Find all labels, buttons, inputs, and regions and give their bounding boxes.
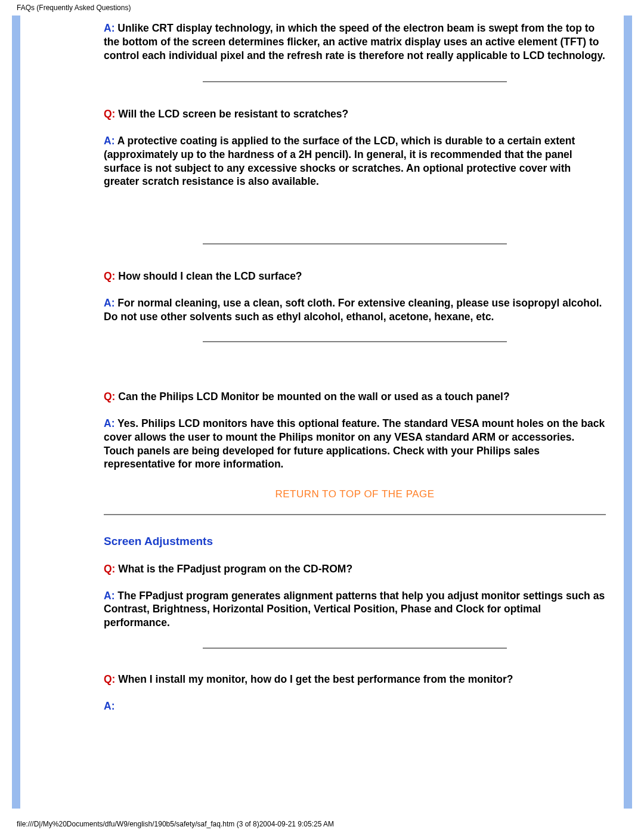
- q-text: Will the LCD screen be resistant to scra…: [115, 108, 348, 120]
- q-label: Q:: [104, 673, 115, 685]
- answer-block-2: A: For normal cleaning, use a clean, sof…: [104, 296, 606, 324]
- a-label: A:: [104, 297, 114, 309]
- question-block-3: Q: Can the Philips LCD Monitor be mounte…: [104, 390, 606, 404]
- q-text: What is the FPadjust program on the CD-R…: [115, 563, 352, 575]
- question-block-2: Q: How should I clean the LCD surface?: [104, 270, 606, 283]
- a-text: The FPadjust program generates alignment…: [104, 590, 605, 629]
- q-label: Q:: [104, 270, 115, 282]
- q-text: Can the Philips LCD Monitor be mounted o…: [115, 391, 509, 402]
- separator: [203, 243, 507, 244]
- q-label: Q:: [104, 391, 115, 402]
- document-frame: A: Unlike CRT display technology, in whi…: [12, 16, 632, 809]
- a-text: A protective coating is applied to the s…: [104, 135, 575, 187]
- a-text: Yes. Philips LCD monitors have this opti…: [104, 417, 605, 470]
- page-footer-path: file:///D|/My%20Documents/dfu/W9/english…: [17, 820, 334, 828]
- page-header-path: FAQs (Frequently Asked Questions): [0, 0, 644, 16]
- section-separator: [104, 514, 606, 515]
- separator: [203, 341, 507, 342]
- separator: [203, 81, 507, 82]
- a-label: A:: [104, 417, 114, 429]
- section-heading-screen-adjustments: Screen Adjustments: [104, 534, 606, 549]
- answer-block-5: A:: [104, 699, 606, 713]
- a-text: Unlike CRT display technology, in which …: [104, 22, 605, 61]
- q-label: Q:: [104, 108, 115, 120]
- a-label: A:: [104, 22, 114, 34]
- question-block-4: Q: What is the FPadjust program on the C…: [104, 562, 606, 576]
- a-label: A:: [104, 590, 114, 602]
- return-to-top-link[interactable]: RETURN TO TOP OF THE PAGE: [104, 488, 606, 501]
- q-label: Q:: [104, 563, 115, 575]
- a-text: For normal cleaning, use a clean, soft c…: [104, 297, 602, 323]
- content-area: A: Unlike CRT display technology, in whi…: [20, 16, 624, 713]
- q-text: When I install my monitor, how do I get …: [115, 673, 513, 685]
- q-text: How should I clean the LCD surface?: [115, 270, 302, 282]
- question-block-1: Q: Will the LCD screen be resistant to s…: [104, 107, 606, 121]
- a-label: A:: [104, 135, 114, 147]
- answer-block-1: A: A protective coating is applied to th…: [104, 134, 606, 188]
- question-block-5: Q: When I install my monitor, how do I g…: [104, 673, 606, 686]
- answer-block-0: A: Unlike CRT display technology, in whi…: [104, 21, 606, 62]
- separator: [203, 648, 507, 649]
- answer-block-4: A: The FPadjust program generates alignm…: [104, 589, 606, 630]
- a-label: A:: [104, 700, 114, 712]
- answer-block-3: A: Yes. Philips LCD monitors have this o…: [104, 417, 606, 471]
